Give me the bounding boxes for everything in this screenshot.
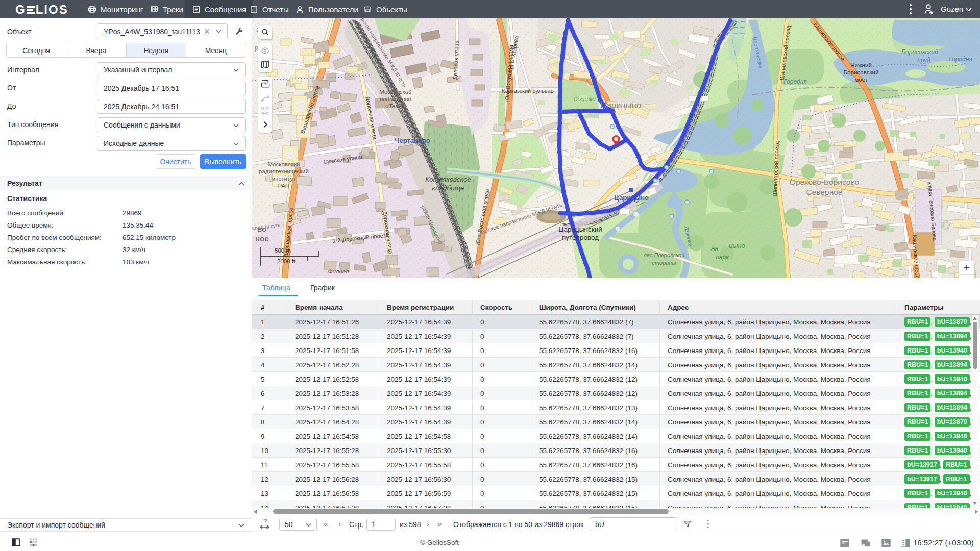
svg-text:мост: мост	[854, 77, 868, 83]
svg-text:стороны: стороны	[652, 260, 676, 266]
svg-text:путепровод: путепровод	[562, 234, 599, 241]
svg-text:Сосенки: Сосенки	[573, 96, 595, 102]
svg-text:?: ?	[263, 517, 267, 525]
svg-text:парк: парк	[716, 254, 729, 261]
svg-text:Городня: Городня	[783, 78, 807, 85]
svg-text:пруд: пруд	[917, 57, 930, 64]
svg-text:радиотехнический: радиотехнический	[259, 168, 309, 174]
svg-text:Котляковское: Котляковское	[425, 176, 471, 183]
svg-text:лес Покровской: лес Покровской	[643, 252, 685, 258]
svg-text:кладбище: кладбище	[432, 184, 464, 192]
svg-text:Чертаново: Чертаново	[395, 137, 430, 144]
svg-text:цыно: цыно	[729, 242, 745, 249]
svg-text:Северное: Северное	[806, 188, 843, 196]
svg-text:РАН: РАН	[278, 183, 290, 189]
svg-text:Городня: Городня	[949, 56, 972, 63]
svg-text:радиозавод: радиозавод	[379, 96, 411, 102]
svg-text:Московский: Московский	[379, 89, 412, 95]
svg-text:Московский: Московский	[267, 161, 300, 167]
svg-text:Филиал: Филиал	[328, 268, 349, 274]
svg-text:Борисовский: Борисовский	[901, 48, 938, 56]
svg-text:Царицыно: Царицыно	[614, 194, 649, 202]
svg-text:Борисовский: Борисовский	[844, 69, 879, 76]
svg-text:ное: ное	[255, 234, 269, 243]
svg-text:институт: институт	[272, 176, 296, 182]
svg-text:Ан: Ан	[710, 245, 719, 252]
svg-text:Нижний: Нижний	[850, 62, 872, 68]
svg-text:Царицынский: Царицынский	[558, 226, 602, 233]
svg-text:«Темп»: «Темп»	[385, 103, 406, 109]
svg-text:Орехово-Борисово: Орехово-Борисово	[790, 178, 859, 186]
svg-text:Царицыно: Царицыно	[600, 101, 641, 110]
